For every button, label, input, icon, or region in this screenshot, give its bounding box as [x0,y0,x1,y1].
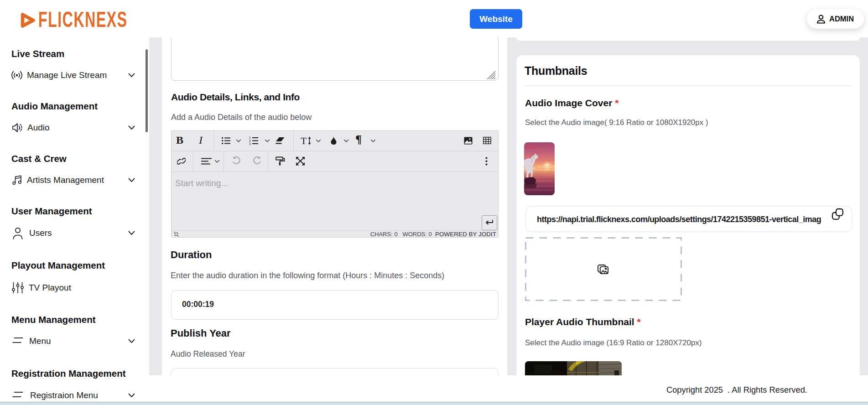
svg-text:T: T [301,136,307,145]
svg-text:3: 3 [249,142,251,145]
